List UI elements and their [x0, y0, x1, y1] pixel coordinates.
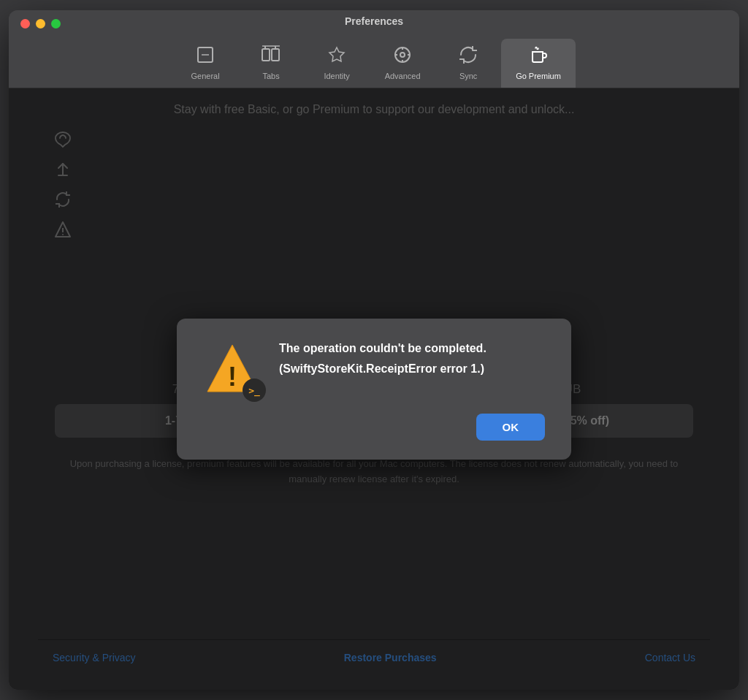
tab-identity[interactable]: Identity: [304, 39, 370, 88]
preferences-window: Preferences General: [9, 10, 739, 690]
tab-general-label: General: [191, 72, 220, 80]
svg-rect-2: [262, 49, 270, 61]
main-content: Stay with free Basic, or go Premium to s…: [9, 88, 739, 690]
tab-tabs[interactable]: Tabs: [238, 39, 304, 88]
modal-dialog: ! >_ The operation couldn't be completed…: [177, 319, 571, 460]
modal-title-line1: The operation couldn't be completed.: [279, 341, 545, 357]
tab-identity-label: Identity: [324, 72, 349, 80]
advanced-icon: [392, 45, 413, 69]
modal-message: The operation couldn't be completed. (Sw…: [279, 341, 545, 378]
general-icon: [195, 45, 215, 69]
modal-body: ! >_ The operation couldn't be completed…: [203, 341, 545, 399]
tabs-icon: [261, 45, 281, 69]
tab-general[interactable]: General: [172, 39, 238, 88]
window-title: Preferences: [20, 15, 728, 27]
title-bar: Preferences General: [9, 10, 739, 88]
tab-tabs-label: Tabs: [263, 72, 280, 80]
svg-text:!: !: [228, 362, 237, 392]
terminal-badge: >_: [243, 378, 266, 402]
tab-sync-label: Sync: [459, 72, 477, 80]
coffee-icon: [528, 45, 549, 69]
tab-advanced-label: Advanced: [385, 72, 421, 80]
ok-button[interactable]: OK: [476, 414, 546, 441]
tab-sync[interactable]: Sync: [435, 39, 501, 88]
tab-advanced[interactable]: Advanced: [370, 39, 435, 88]
modal-overlay: ! >_ The operation couldn't be completed…: [9, 88, 739, 690]
warning-icon: ! >_: [203, 341, 262, 399]
svg-rect-3: [272, 49, 279, 61]
identity-icon: [327, 45, 347, 69]
tab-gopremium[interactable]: Go Premium: [501, 39, 576, 88]
svg-point-8: [400, 53, 405, 57]
toolbar: General Tabs: [172, 36, 576, 88]
sync-icon: [458, 45, 478, 69]
tab-gopremium-label: Go Premium: [516, 72, 561, 80]
modal-title-line2: (SwiftyStoreKit.ReceiptError error 1.): [279, 361, 545, 377]
